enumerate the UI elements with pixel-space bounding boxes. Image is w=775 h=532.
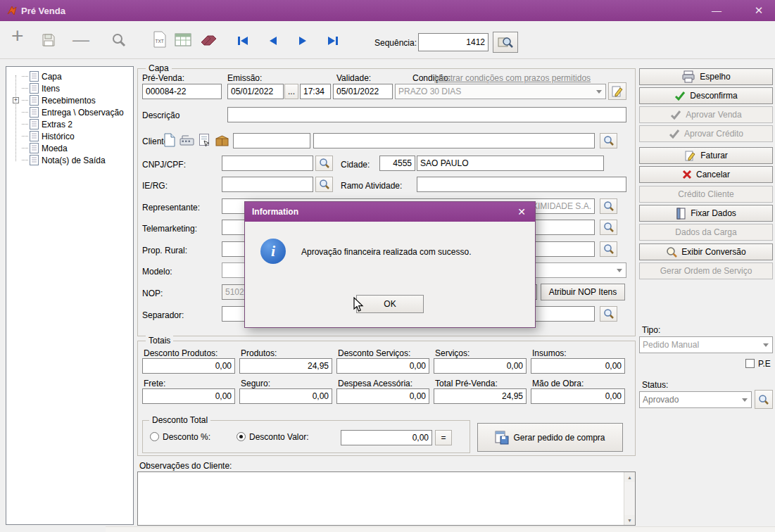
scroll-up-arrow[interactable]: ▲ <box>624 472 635 482</box>
tree-item-historico[interactable]: Histórico <box>22 130 75 142</box>
equals-button[interactable]: = <box>435 430 452 445</box>
desconto-servicos-input[interactable] <box>336 358 429 374</box>
dialog-close-button[interactable]: ✕ <box>511 202 532 222</box>
nav-last-button[interactable] <box>327 35 339 46</box>
grid-view-button[interactable] <box>175 33 191 47</box>
servicos-input[interactable] <box>434 358 527 374</box>
desconto-valor-input[interactable] <box>341 430 432 445</box>
dialog-ok-button[interactable]: OK <box>356 295 424 313</box>
despesa-acessoria-input[interactable] <box>336 388 429 404</box>
tipo-select[interactable]: Pedido Manual <box>639 336 773 353</box>
tree-item-moeda[interactable]: Moeda <box>22 142 68 154</box>
cliente-new-document-icon[interactable] <box>161 132 177 148</box>
mao-de-obra-input[interactable] <box>531 388 625 404</box>
frete-input[interactable] <box>142 388 235 404</box>
modelo-label: Modelo: <box>142 267 172 277</box>
gerar-pedido-compra-button[interactable]: Gerar pedido de compra <box>477 423 623 452</box>
separador-search-button[interactable] <box>600 306 617 322</box>
cnpj-cpf-input[interactable] <box>222 156 313 171</box>
cnpj-search-button[interactable] <box>315 156 333 171</box>
tree-item-extras-2[interactable]: Extras 2 <box>22 118 73 130</box>
representante-search-button[interactable] <box>600 198 617 214</box>
document-icon <box>30 71 39 82</box>
exibir-conversao-button[interactable]: Exibir Conversão <box>639 243 773 260</box>
cliente-package-icon[interactable] <box>213 134 230 148</box>
nav-previous-button[interactable] <box>268 35 278 46</box>
close-button[interactable]: ✕ <box>743 0 774 21</box>
cidade-name-input[interactable] <box>417 156 604 171</box>
emissao-time-input[interactable] <box>300 84 331 99</box>
pe-checkbox[interactable] <box>745 359 755 368</box>
telemarketing-search-button[interactable] <box>600 220 617 235</box>
new-record-button[interactable]: + <box>11 27 24 45</box>
pre-venda-input[interactable] <box>142 84 222 99</box>
save-button[interactable] <box>41 32 56 48</box>
validade-input[interactable] <box>333 84 393 99</box>
observacoes-textarea[interactable] <box>137 471 636 526</box>
status-select[interactable]: Aprovado <box>639 391 752 408</box>
faturar-button[interactable]: Faturar <box>639 147 773 164</box>
sequence-input[interactable] <box>418 33 489 51</box>
cliente-code-input[interactable] <box>233 133 310 148</box>
dados-da-carga-button[interactable]: Dados da Carga <box>639 224 773 241</box>
aprovar-credito-button[interactable]: Aprovar Crédito <box>639 125 773 142</box>
condicao-select[interactable]: PRAZO 30 DIAS <box>395 84 606 99</box>
tree-item-itens[interactable]: Itens <box>22 82 60 94</box>
credito-cliente-button[interactable]: Crédito Cliente <box>639 186 773 203</box>
horizontal-scrollbar[interactable] <box>106 526 775 532</box>
prop-rural-search-button[interactable] <box>600 241 617 257</box>
observacoes-scrollbar[interactable]: ▲ ▼ <box>624 472 635 525</box>
tree-item-recebimentos[interactable]: Recebimentos <box>22 94 96 106</box>
total-pre-venda-input[interactable] <box>434 388 527 404</box>
tree-item-label: Entrega \ Observação <box>42 108 124 118</box>
desconto-percent-radio[interactable] <box>150 432 159 441</box>
check-green-icon <box>674 91 686 101</box>
check-gray-icon <box>669 129 680 139</box>
tree-expander-recebimentos[interactable]: + <box>13 97 19 103</box>
delete-record-button[interactable]: — <box>73 30 89 49</box>
espelho-label: Espelho <box>700 72 730 82</box>
ie-rg-input[interactable] <box>222 177 313 192</box>
insumos-input[interactable] <box>531 358 625 374</box>
desconto-total-legend: Desconto Total <box>149 415 210 425</box>
emissao-date-input[interactable] <box>227 84 284 99</box>
descricao-input[interactable] <box>227 107 626 122</box>
tree-item-capa[interactable]: Capa <box>22 70 62 82</box>
clear-eraser-button[interactable] <box>200 34 218 46</box>
aprovar-venda-button[interactable]: Aprovar Venda <box>639 106 773 123</box>
nav-next-button[interactable] <box>298 35 308 46</box>
ie-search-button[interactable] <box>315 177 333 192</box>
desconfirma-button[interactable]: Desconfirma <box>639 87 773 104</box>
mao-de-obra-label: Mão de Obra: <box>532 379 584 388</box>
status-label: Status: <box>642 380 668 390</box>
cliente-terminal-icon[interactable] <box>178 134 195 148</box>
gerar-ordem-servico-button[interactable]: Gerar Ordem de Serviço <box>639 262 773 279</box>
emissao-ellipsis-button[interactable]: ... <box>284 84 298 99</box>
espelho-button[interactable]: Espelho <box>639 68 773 85</box>
cliente-search-button[interactable] <box>600 133 617 148</box>
lookup-button[interactable] <box>493 32 518 53</box>
scroll-down-arrow[interactable]: ▼ <box>624 515 635 525</box>
desconto-produtos-input[interactable] <box>142 358 235 374</box>
ramo-atividade-input[interactable] <box>417 177 626 192</box>
desconto-valor-radio[interactable] <box>237 432 246 441</box>
export-txt-button[interactable]: TXT <box>153 31 166 48</box>
condicao-permitidos-link[interactable]: Mostrar condições com prazos permitidos <box>434 73 591 83</box>
nop-label: NOP: <box>142 289 163 298</box>
cidade-code-input[interactable] <box>379 156 415 171</box>
search-record-button[interactable] <box>111 32 127 48</box>
cliente-properties-icon[interactable] <box>196 132 212 148</box>
atribuir-nop-itens-button[interactable]: Atribuir NOP Itens <box>541 284 625 300</box>
tree-item-label: Capa <box>42 72 62 82</box>
status-search-button[interactable] <box>755 390 773 409</box>
cliente-name-input[interactable] <box>313 133 595 148</box>
produtos-input[interactable] <box>239 358 332 374</box>
condicao-edit-button[interactable] <box>608 82 626 100</box>
seguro-input[interactable] <box>239 388 332 404</box>
cancelar-button[interactable]: Cancelar <box>639 166 773 183</box>
nav-first-button[interactable] <box>237 35 249 46</box>
tree-item-entrega-observacao[interactable]: Entrega \ Observação <box>22 106 124 118</box>
tree-item-notas-de-saida[interactable]: Nota(s) de Saída <box>22 154 106 166</box>
minimize-button[interactable]: — <box>701 0 732 21</box>
fixar-dados-button[interactable]: Fixar Dados <box>639 205 773 222</box>
